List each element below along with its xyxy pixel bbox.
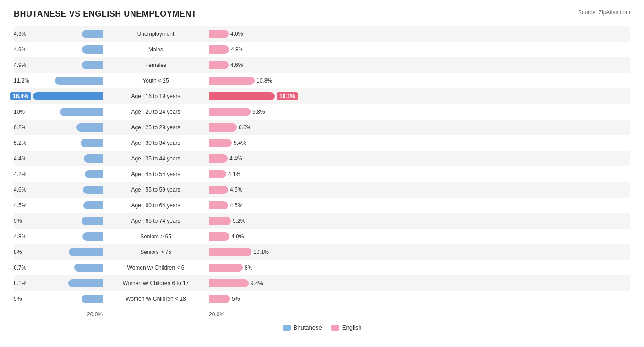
row-left-bar: [82, 232, 103, 241]
row-right-bar: [209, 61, 229, 69]
row-right-value: 4.8%: [231, 46, 243, 53]
row-left-section: 4.4%: [14, 154, 105, 163]
row-left-bar: [82, 61, 103, 69]
chart-row: 4.9% Males 4.8%: [14, 42, 630, 57]
row-right-value: 9.4%: [251, 280, 263, 286]
row-right-section: 5.4%: [206, 139, 298, 147]
row-left-value: 4.9%: [14, 46, 26, 53]
row-right-section: 4.5%: [206, 186, 298, 194]
row-right-bar: [209, 123, 237, 132]
row-right-value: 4.6%: [230, 31, 243, 37]
row-left-value: 8%: [14, 249, 22, 255]
row-left-bar-wrap: [28, 201, 103, 209]
chart-row: 4.4% Age | 35 to 44 years 4.4%: [14, 151, 630, 166]
row-right-value: 5.2%: [233, 218, 245, 224]
row-right-bar: [209, 186, 228, 194]
row-right-section: 16.1%: [206, 92, 298, 100]
row-center-label: Age | 16 to 19 years: [105, 93, 206, 99]
row-right-bar: [209, 154, 228, 163]
row-right-value: 16.1%: [277, 92, 298, 100]
row-left-bar-wrap: [28, 154, 103, 163]
row-left-bar-wrap: [28, 264, 103, 272]
row-left-bar: [82, 217, 103, 225]
row-right-value: 9.8%: [252, 109, 265, 115]
row-right-section: 9.4%: [206, 279, 298, 287]
row-left-section: 4.9%: [14, 61, 105, 69]
chart-container: BHUTANESE VS ENGLISH UNEMPLOYMENT Source…: [14, 9, 630, 331]
row-left-bar-wrap: [27, 108, 103, 116]
row-center-label: Age | 55 to 59 years: [105, 187, 206, 193]
row-right-bar: [209, 232, 229, 241]
chart-row: 4.2% Age | 45 to 54 years 4.1%: [14, 166, 630, 182]
row-right-value: 10.1%: [253, 249, 269, 255]
row-right-section: 5%: [206, 295, 298, 303]
row-right-bar: [209, 201, 228, 209]
chart-source: Source: ZipAtlas.com: [578, 9, 630, 16]
row-left-bar-wrap: [23, 295, 103, 303]
row-center-label: Age | 60 to 64 years: [105, 202, 206, 209]
row-left-section: 8.1%: [14, 279, 105, 287]
chart-row: 10% Age | 20 to 24 years 9.8%: [14, 104, 630, 120]
row-left-bar-wrap: [28, 186, 103, 194]
row-left-bar-wrap: [23, 248, 103, 256]
row-left-value: 4.5%: [14, 202, 26, 209]
row-left-value: 4.9%: [14, 31, 26, 37]
row-left-bar-wrap: [28, 232, 103, 241]
row-left-section: 6.2%: [14, 123, 105, 132]
row-left-value: 4.9%: [14, 62, 26, 68]
row-left-value: 4.6%: [14, 187, 26, 193]
chart-row: 6.2% Age | 25 to 29 years 6.6%: [14, 120, 630, 135]
row-right-section: 10.1%: [206, 248, 298, 256]
row-right-section: 9.8%: [206, 108, 298, 116]
row-left-section: 4.5%: [14, 201, 105, 209]
row-right-bar: [209, 92, 275, 100]
row-center-label: Seniors > 75: [105, 249, 206, 255]
row-left-value: 6.2%: [14, 124, 26, 131]
row-center-label: Women w/ Children < 6: [105, 264, 206, 271]
chart-row: 8.1% Women w/ Children 6 to 17 9.4%: [14, 275, 630, 291]
row-left-section: 10%: [14, 108, 105, 116]
row-left-bar: [69, 248, 103, 256]
row-center-label: Seniors > 65: [105, 233, 206, 240]
axis-left-label: 20.0%: [14, 311, 105, 318]
row-left-bar: [81, 139, 103, 147]
row-left-bar: [68, 279, 103, 287]
row-left-value: 4.2%: [14, 171, 26, 177]
row-right-bar: [209, 108, 251, 116]
row-center-label: Age | 20 to 24 years: [105, 109, 206, 115]
row-left-value: 16.4%: [10, 92, 31, 100]
row-right-bar: [209, 264, 243, 272]
row-left-bar-wrap: [33, 92, 103, 100]
row-left-section: 6.7%: [14, 264, 105, 272]
row-right-bar: [209, 139, 232, 147]
chart-title: BHUTANESE VS ENGLISH UNEMPLOYMENT: [14, 9, 196, 19]
row-left-bar-wrap: [31, 77, 103, 85]
row-left-value: 5.2%: [14, 140, 26, 146]
legend-bhutanese: Bhutanese: [283, 324, 322, 331]
row-left-bar: [55, 77, 103, 85]
row-left-bar: [84, 154, 103, 163]
chart-row: 5% Age | 65 to 74 years 5.2%: [14, 213, 630, 229]
row-right-value: 4.6%: [230, 62, 243, 68]
row-right-value: 5%: [232, 296, 240, 302]
row-center-label: Youth < 25: [105, 77, 206, 84]
row-left-section: 4.6%: [14, 186, 105, 194]
row-right-section: 5.2%: [206, 217, 298, 225]
row-left-bar-wrap: [28, 30, 103, 38]
row-left-bar-wrap: [28, 279, 103, 287]
row-right-section: 4.1%: [206, 170, 298, 178]
row-left-bar: [83, 201, 103, 209]
legend-bhutanese-box: [283, 325, 291, 331]
chart-row: 4.5% Age | 60 to 64 years 4.5%: [14, 198, 630, 213]
row-center-label: Age | 45 to 54 years: [105, 171, 206, 177]
row-right-section: 4.4%: [206, 154, 298, 163]
legend-english-box: [331, 325, 339, 331]
legend-english: English: [331, 324, 362, 331]
row-left-section: 4.2%: [14, 170, 105, 178]
row-left-bar-wrap: [23, 217, 103, 225]
row-center-label: Unemployment: [105, 31, 206, 37]
chart-body: 4.9% Unemployment 4.6% 4.9% Males 4.8%: [14, 26, 630, 307]
row-right-value: 4.9%: [231, 233, 244, 240]
axis-right-label: 20.0%: [206, 311, 298, 318]
row-right-bar: [209, 77, 255, 85]
